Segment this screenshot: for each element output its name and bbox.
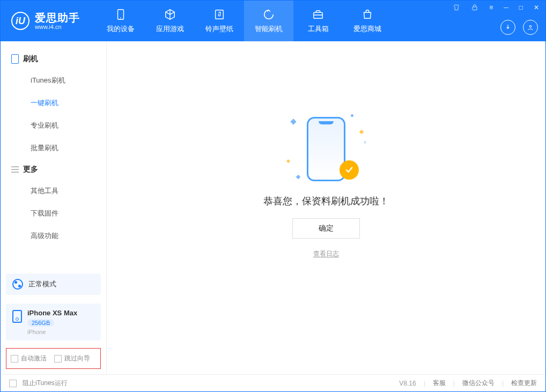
footer: 阻止iTunes运行 V8.16 | 客服 | 微信公众号 | 检查更新 [1,374,545,391]
sidebar-section-flash: 刷机 [1,49,106,69]
mode-label: 正常模式 [28,279,56,289]
logo-text: 爱思助手 www.i4.cn [35,12,80,30]
svg-point-5 [529,26,532,28]
sidebar-item-other-tools[interactable]: 其他工具 [1,180,106,202]
logo: iU 爱思助手 www.i4.cn [1,12,91,30]
nav-apps-games[interactable]: 应用游戏 [145,1,195,41]
mode-icon [12,279,23,290]
device-icon [11,54,19,64]
user-button[interactable] [523,20,538,35]
nav-label: 铃声壁纸 [205,24,233,34]
sidebar: 刷机 iTunes刷机 一键刷机 专业刷机 批量刷机 更多 其他工具 下载固件 … [1,41,107,374]
shirt-icon[interactable] [451,3,462,14]
version-label: V8.16 [399,380,416,387]
bag-icon [361,8,374,21]
download-button[interactable] [500,20,515,35]
minimize-button[interactable]: ─ [501,3,511,14]
section-title: 更多 [23,165,38,174]
menu-icon[interactable]: ≡ [487,3,495,14]
checkbox-label: 阻止iTunes运行 [23,379,68,388]
checkbox-auto-activate[interactable]: 自动激活 [11,354,47,363]
app-title: 爱思助手 [35,12,80,24]
checkbox-icon [11,355,18,363]
app-url: www.i4.cn [35,24,80,30]
device-capacity: 256GB [27,319,54,327]
nav-my-device[interactable]: 我的设备 [96,1,145,41]
nav-label: 工具箱 [308,24,329,34]
sidebar-item-oneclick-flash[interactable]: 一键刷机 [1,92,106,114]
maximize-button[interactable]: □ [517,3,525,14]
options-highlight-box: 自动激活 跳过向导 [6,348,101,369]
body: 刷机 iTunes刷机 一键刷机 专业刷机 批量刷机 更多 其他工具 下载固件 … [1,41,545,374]
refresh-icon [262,8,275,21]
checkbox-skip-guide[interactable]: 跳过向导 [54,354,90,363]
view-log-link[interactable]: 查看日志 [313,249,339,258]
window-controls: ≡ ─ □ ✕ [451,3,541,14]
nav-smart-flash[interactable]: 智能刷机 [244,1,293,41]
main-nav: 我的设备 应用游戏 铃声壁纸 智能刷机 工具箱 爱思商城 [96,1,392,41]
footer-link-update[interactable]: 检查更新 [511,379,537,388]
ok-button[interactable]: 确定 [292,218,360,239]
checkbox-label: 跳过向导 [64,354,90,363]
nav-ringtones[interactable]: 铃声壁纸 [195,1,244,41]
cube-icon [164,8,176,21]
mode-card[interactable]: 正常模式 [6,273,101,295]
footer-link-wechat[interactable]: 微信公众号 [462,379,495,388]
device-name: iPhone XS Max [27,309,77,317]
sidebar-item-batch-flash[interactable]: 批量刷机 [1,137,106,159]
sidebar-item-advanced[interactable]: 高级功能 [1,225,106,247]
nav-toolbox[interactable]: 工具箱 [293,1,343,41]
checkbox-label: 自动激活 [21,354,47,363]
header-round-buttons [500,20,538,35]
device-info: iPhone XS Max 256GB iPhone [27,309,77,335]
success-illustration [297,114,356,184]
success-message: 恭喜您，保资料刷机成功啦！ [263,195,389,208]
sidebar-item-pro-flash[interactable]: 专业刷机 [1,114,106,137]
device-icon [12,310,22,323]
lock-icon[interactable] [469,3,481,14]
nav-label: 应用游戏 [156,24,184,34]
app-window: iU 爱思助手 www.i4.cn 我的设备 应用游戏 铃声壁纸 智能刷机 [0,0,546,392]
checkbox-stop-itunes[interactable]: 阻止iTunes运行 [9,379,68,388]
checkbox-icon [54,355,62,363]
close-button[interactable]: ✕ [532,3,541,14]
sidebar-item-download-firmware[interactable]: 下载固件 [1,202,106,225]
svg-rect-3 [314,12,323,18]
nav-label: 智能刷机 [255,24,283,34]
phone-icon [114,8,127,21]
titlebar: iU 爱思助手 www.i4.cn 我的设备 应用游戏 铃声壁纸 智能刷机 [1,1,545,41]
sidebar-section-more: 更多 [1,159,106,180]
device-card[interactable]: iPhone XS Max 256GB iPhone [6,304,101,341]
check-badge-icon [340,160,359,180]
list-icon [11,166,19,173]
svg-rect-4 [473,7,477,10]
checkbox-icon [9,380,17,387]
sidebar-item-itunes-flash[interactable]: iTunes刷机 [1,69,106,92]
footer-link-support[interactable]: 客服 [433,379,446,388]
toolbox-icon [312,8,324,21]
device-type: iPhone [27,329,77,335]
logo-icon: iU [11,12,29,30]
svg-rect-2 [216,10,224,19]
nav-store[interactable]: 爱思商城 [343,1,392,41]
footer-right: V8.16 | 客服 | 微信公众号 | 检查更新 [399,379,537,388]
music-icon [213,8,226,21]
svg-point-1 [120,18,121,19]
main-content: 恭喜您，保资料刷机成功啦！ 确定 查看日志 [107,41,545,374]
section-title: 刷机 [23,54,38,64]
nav-label: 爱思商城 [353,24,381,34]
nav-label: 我的设备 [107,24,135,34]
